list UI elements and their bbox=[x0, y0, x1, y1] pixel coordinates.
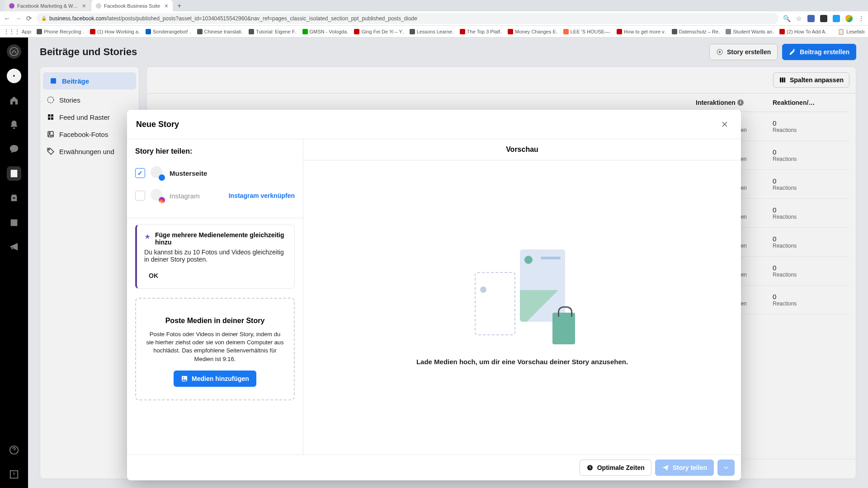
svg-point-17 bbox=[183, 377, 184, 378]
reload-button[interactable]: ⟳ bbox=[26, 14, 32, 23]
link-instagram-button[interactable]: Instagram verknüpfen bbox=[229, 192, 295, 199]
bookmark-item[interactable]: Tutorial: Eigene F… bbox=[249, 29, 297, 34]
apps-button[interactable]: ⋮⋮⋮ Apps bbox=[4, 28, 31, 35]
image-icon bbox=[181, 375, 188, 382]
bookmarks-bar: ⋮⋮⋮ Apps Phone Recycling … (1) How Worki… bbox=[0, 26, 868, 38]
close-icon[interactable]: × bbox=[165, 2, 168, 9]
tip-ok-button[interactable]: OK bbox=[144, 269, 163, 282]
account-avatar bbox=[151, 166, 164, 180]
extension-icon[interactable] bbox=[820, 15, 827, 22]
extension-icons: 🔍 ☆ ⋮ bbox=[783, 15, 864, 22]
bookmark-item[interactable]: (2) How To Add A… bbox=[779, 29, 827, 34]
preview-empty-text: Lade Medien hoch, um dir eine Vorschau d… bbox=[416, 358, 628, 366]
new-tab-button[interactable]: + bbox=[174, 2, 185, 10]
bookmark-item[interactable]: Datenschutz – Re… bbox=[672, 29, 721, 34]
add-media-button[interactable]: Medien hinzufügen bbox=[174, 371, 256, 387]
browser-tab-strip: Facebook Marketing & Werbe… × Facebook B… bbox=[0, 0, 868, 11]
send-icon bbox=[662, 464, 669, 471]
bookmark-item[interactable]: LEE 'S HOUSE—… bbox=[563, 29, 612, 34]
tab-title: Facebook Business Suite bbox=[104, 3, 162, 9]
tab-favicon bbox=[96, 3, 101, 9]
close-icon bbox=[720, 120, 729, 129]
instagram-badge-icon bbox=[159, 197, 165, 203]
app-root: ● Beiträge und Stories Story erstellen B… bbox=[0, 38, 868, 488]
facebook-badge-icon bbox=[159, 174, 165, 181]
bookmark-item[interactable]: The Top 3 Platf… bbox=[460, 29, 503, 34]
preview-title: Vorschau bbox=[303, 139, 741, 160]
browser-tab[interactable]: Facebook Marketing & Werbe… × bbox=[5, 0, 90, 11]
bookmark-item[interactable]: Phone Recycling … bbox=[37, 29, 85, 34]
modal-preview-panel: Vorschau Lade Medien hoch, um dir eine V… bbox=[303, 139, 741, 455]
tab-favicon bbox=[9, 3, 14, 9]
bookmark-item[interactable]: How to get more v… bbox=[617, 29, 666, 34]
tab-title: Facebook Marketing & Werbe… bbox=[17, 3, 80, 9]
account-avatar bbox=[151, 189, 164, 202]
upload-title: Poste Medien in deiner Story bbox=[146, 317, 284, 325]
modal-title: Neue Story bbox=[136, 120, 179, 129]
lock-icon: 🔒 bbox=[41, 16, 47, 21]
share-account-instagram[interactable]: ✓ Instagram Instagram verknüpfen bbox=[135, 189, 295, 211]
clock-icon bbox=[586, 464, 594, 471]
share-account-facebook[interactable]: ✓ Musterseite bbox=[135, 162, 295, 189]
bookmark-item[interactable]: Student Wants an… bbox=[726, 29, 774, 34]
bookmark-item[interactable]: Ging Fei De Yi – Y… bbox=[354, 29, 404, 34]
extension-icon[interactable] bbox=[807, 15, 815, 22]
media-upload-dropzone[interactable]: Poste Medien in deiner Story Poste Fotos… bbox=[135, 298, 295, 400]
tip-card: ★ Füge mehrere Medienelemente gleichzeit… bbox=[135, 225, 295, 289]
close-icon[interactable]: × bbox=[82, 2, 86, 9]
address-bar[interactable]: 🔒 business.facebook.com/latest/posts/pub… bbox=[37, 13, 778, 24]
zoom-icon[interactable]: 🔍 bbox=[783, 15, 791, 22]
reading-list-button[interactable]: 📋 Leseliste bbox=[838, 28, 864, 35]
upload-description: Poste Fotos oder Videos in deiner Story,… bbox=[146, 330, 284, 363]
bookmark-item[interactable]: (1) How Working a… bbox=[90, 29, 140, 34]
bookmark-item[interactable]: Money Changes E… bbox=[508, 29, 557, 34]
share-story-dropdown[interactable] bbox=[717, 460, 735, 476]
checkbox-unchecked[interactable]: ✓ bbox=[135, 191, 145, 201]
modal-left-panel: Story hier teilen: ✓ Musterseite ✓ bbox=[127, 139, 303, 455]
empty-preview-illustration bbox=[466, 249, 579, 349]
bookmark-item[interactable]: Lessons Learne… bbox=[410, 29, 454, 34]
bookmark-item[interactable]: Chinese translati… bbox=[197, 29, 243, 34]
tip-body: Du kannst bis zu 10 Fotos und Videos gle… bbox=[144, 249, 287, 263]
share-story-button[interactable]: Story teilen bbox=[655, 460, 714, 476]
optimal-times-button[interactable]: Optimale Zeiten bbox=[580, 460, 651, 476]
tip-title: Füge mehrere Medienelemente gleichzeitig… bbox=[155, 231, 287, 246]
menu-icon[interactable]: ⋮ bbox=[858, 15, 864, 22]
modal-footer: Optimale Zeiten Story teilen bbox=[127, 455, 741, 480]
close-button[interactable] bbox=[717, 117, 732, 131]
share-section-title: Story hier teilen: bbox=[135, 147, 295, 155]
bookmark-star-icon[interactable]: ☆ bbox=[796, 15, 802, 22]
extension-icon[interactable] bbox=[833, 15, 840, 22]
forward-button: → bbox=[15, 14, 22, 22]
profile-avatar[interactable] bbox=[845, 15, 853, 22]
browser-toolbar: ← → ⟳ 🔒 business.facebook.com/latest/pos… bbox=[0, 11, 868, 26]
back-button[interactable]: ← bbox=[4, 14, 10, 22]
chevron-down-icon bbox=[722, 464, 730, 471]
bookmark-item[interactable]: GMSN - Vologda… bbox=[302, 29, 349, 34]
browser-tab-active[interactable]: Facebook Business Suite × bbox=[91, 0, 173, 11]
checkbox-checked[interactable]: ✓ bbox=[135, 168, 145, 178]
star-icon: ★ bbox=[144, 232, 151, 246]
new-story-modal: Neue Story Story hier teilen: ✓ Musterse… bbox=[127, 110, 741, 480]
bookmark-item[interactable]: Sonderangebot! … bbox=[146, 29, 192, 34]
